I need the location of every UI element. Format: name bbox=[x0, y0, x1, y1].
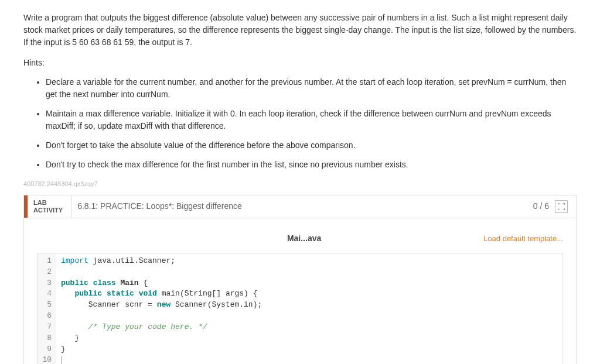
code-text: { bbox=[139, 279, 148, 287]
load-default-template-link[interactable]: Load default template... bbox=[483, 233, 563, 245]
line-number-gutter: 1 2 3 4 5 6 7 8 9 10 bbox=[38, 253, 56, 364]
comment: /* Type your code here. */ bbox=[88, 322, 207, 331]
code-content[interactable]: import java.util.Scanner; public class M… bbox=[56, 253, 267, 364]
list-item: Don't try to check the max difference fo… bbox=[46, 159, 577, 171]
filename-label: Mai...ava bbox=[125, 232, 483, 245]
expand-icon bbox=[558, 203, 565, 210]
page-identifier: 400782.2448304.qx3zqy7 bbox=[23, 179, 577, 189]
line-number: 5 bbox=[40, 300, 52, 311]
problem-prompt: Write a program that outputs the biggest… bbox=[23, 12, 577, 49]
line-number: 6 bbox=[40, 311, 52, 322]
keyword: import bbox=[61, 256, 88, 265]
blank-line bbox=[61, 311, 66, 320]
expand-button[interactable] bbox=[555, 200, 568, 213]
score-box: 0 / 6 bbox=[533, 195, 576, 218]
lab-label-line1: LAB bbox=[33, 199, 63, 207]
code-text: } bbox=[61, 345, 66, 353]
line-number: 7 bbox=[40, 322, 52, 333]
line-number: 9 bbox=[40, 344, 52, 355]
line-number: 1 bbox=[40, 256, 52, 267]
class-name: Main bbox=[120, 279, 138, 287]
code-text: Scanner scnr = bbox=[61, 300, 157, 309]
keyword: static bbox=[107, 289, 134, 298]
line-number: 10 bbox=[40, 355, 52, 364]
code-text: java.util.Scanner; bbox=[88, 256, 175, 265]
line-number: 4 bbox=[40, 289, 52, 300]
list-item: Declare a variable for the current numbe… bbox=[46, 76, 577, 101]
hints-list: Declare a variable for the current numbe… bbox=[23, 76, 577, 171]
score-text: 0 / 6 bbox=[533, 200, 549, 212]
line-number: 8 bbox=[40, 333, 52, 344]
line-number: 3 bbox=[40, 278, 52, 289]
hints-label: Hints: bbox=[23, 57, 577, 69]
code-text bbox=[61, 289, 74, 298]
editor-toolbar: Mai...ava Load default template... bbox=[37, 229, 563, 253]
lab-activity-label: LAB ACTIVITY bbox=[28, 195, 71, 218]
lab-activity-panel: LAB ACTIVITY 6.8.1: PRACTICE: Loops*: Bi… bbox=[23, 195, 577, 365]
keyword: public bbox=[74, 289, 102, 298]
code-text: main(String[] args) { bbox=[157, 289, 258, 298]
code-text: } bbox=[61, 334, 79, 342]
code-editor[interactable]: 1 2 3 4 5 6 7 8 9 10 import java.util.Sc… bbox=[37, 253, 563, 364]
list-item: Maintain a max difference variable. Init… bbox=[46, 108, 577, 132]
code-text bbox=[61, 322, 88, 331]
lab-label-line2: ACTIVITY bbox=[33, 207, 63, 214]
line-number: 2 bbox=[40, 267, 52, 278]
activity-header: LAB ACTIVITY 6.8.1: PRACTICE: Loops*: Bi… bbox=[24, 195, 576, 218]
keyword: new bbox=[157, 300, 171, 309]
editor-area: Mai...ava Load default template... 1 2 3… bbox=[24, 218, 576, 364]
list-item: Don't forget to take the absolute value … bbox=[46, 139, 577, 152]
keyword: class bbox=[93, 279, 116, 287]
code-text: Scanner(System.in); bbox=[171, 300, 262, 309]
keyword: void bbox=[139, 289, 157, 298]
cursor-icon bbox=[61, 356, 62, 364]
activity-title: 6.8.1: PRACTICE: Loops*: Biggest differe… bbox=[71, 195, 533, 218]
blank-line bbox=[61, 267, 66, 276]
keyword: public bbox=[61, 279, 88, 287]
